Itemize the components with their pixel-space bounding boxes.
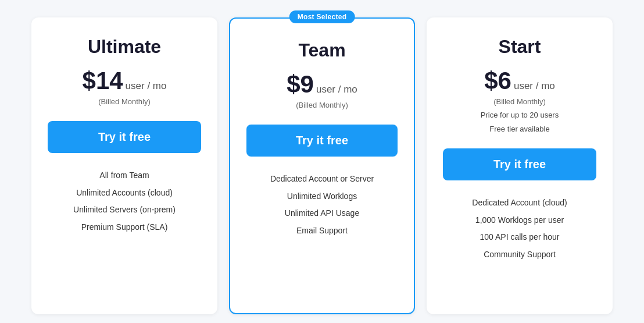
- try-it-free-button[interactable]: Try it free: [246, 125, 398, 157]
- feature-item: Community Support: [443, 246, 596, 264]
- feature-item: Dedicated Account (cloud): [443, 194, 596, 212]
- price-amount: $6: [484, 67, 511, 95]
- price-note-1: Price for up to 20 users: [481, 109, 559, 121]
- icons-row: [120, 287, 129, 298]
- price-unit: user / mo: [316, 84, 357, 95]
- price-note-2: Free tier available: [489, 123, 549, 135]
- pricing-container: Ultimate $14 user / mo (Billed Monthly) …: [14, 17, 630, 314]
- price-row: $9 user / mo: [287, 70, 357, 98]
- features-list: Dedicated Account (cloud)1,000 Worklogs …: [443, 194, 596, 276]
- billed-monthly: (Billed Monthly): [98, 97, 151, 106]
- feature-item: Dedicated Account or Server: [246, 171, 398, 188]
- feature-item: Unlimited Servers (on-prem): [48, 201, 201, 219]
- try-it-free-button[interactable]: Try it free: [443, 148, 596, 180]
- price-amount: $9: [287, 70, 314, 98]
- icons-row: [317, 286, 327, 297]
- price-unit: user / mo: [126, 80, 167, 92]
- plan-name: Ultimate: [88, 36, 161, 58]
- price-unit: user / mo: [514, 80, 555, 92]
- plan-name: Team: [298, 40, 345, 61]
- feature-item: Unlimited Worklogs: [246, 188, 398, 205]
- price-row: $6 user / mo: [484, 67, 555, 95]
- feature-item: 100 API calls per hour: [443, 229, 596, 246]
- billed-monthly: (Billed Monthly): [296, 101, 348, 109]
- feature-item: Unlimited API Usage: [246, 205, 398, 222]
- feature-item: 1,000 Worklogs per user: [443, 212, 596, 229]
- features-list: All from TeamUnlimited Accounts (cloud)U…: [48, 167, 201, 276]
- price-row: $14 user / mo: [83, 67, 167, 95]
- price-amount: $14: [83, 67, 123, 95]
- most-selected-badge: Most Selected: [289, 10, 355, 23]
- plan-card-ultimate: Ultimate $14 user / mo (Billed Monthly) …: [31, 17, 217, 314]
- feature-item: Email Support: [246, 222, 398, 240]
- feature-item: All from Team: [48, 167, 201, 184]
- feature-item: Unlimited Accounts (cloud): [48, 184, 201, 202]
- billed-monthly: (Billed Monthly): [493, 97, 546, 106]
- try-it-free-button[interactable]: Try it free: [48, 121, 201, 153]
- feature-item: Premium Support (SLA): [48, 219, 201, 236]
- features-list: Dedicated Account or ServerUnlimited Wor…: [246, 171, 398, 275]
- plan-card-start: Start $6 user / mo (Billed Monthly) Pric…: [427, 17, 613, 314]
- plan-name: Start: [499, 36, 541, 58]
- plan-card-team: Most Selected Team $9 user / mo (Billed …: [229, 17, 415, 314]
